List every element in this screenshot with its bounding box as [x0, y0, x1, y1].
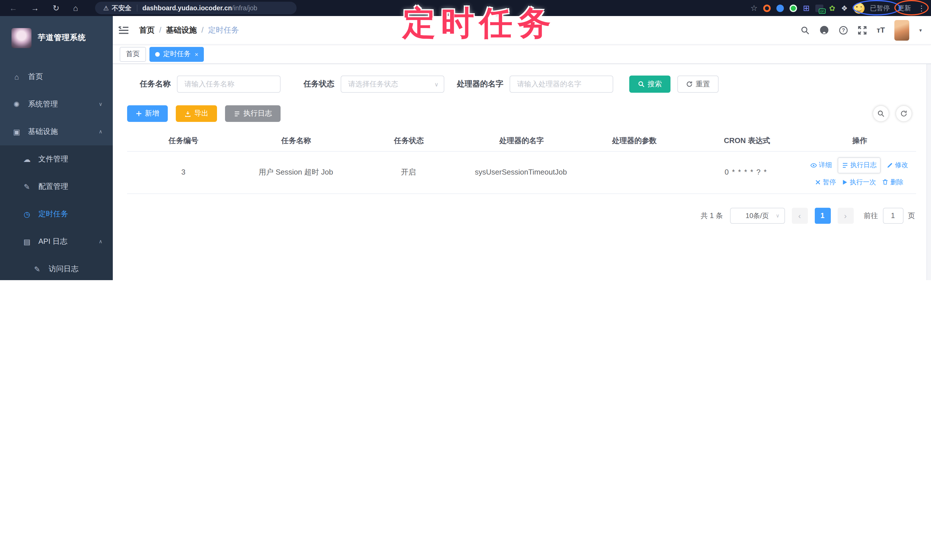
update-button[interactable]: 更新 — [898, 4, 911, 12]
edit-link[interactable]: 修改 — [886, 160, 908, 171]
handler-name-label: 处理器的名字 — [457, 79, 503, 89]
cell-job-status: 开启 — [352, 152, 465, 194]
main-area: 首页 / 基础设施 / 定时任务 ? тT ▾ 首页 — [113, 16, 931, 280]
search-icon[interactable] — [800, 25, 809, 35]
url-path: /infra/job — [232, 5, 257, 11]
paused-badge: 已暂停 — [870, 4, 890, 12]
page-unit-label: 页 — [908, 211, 915, 221]
refresh-table-button[interactable] — [896, 106, 911, 122]
fullscreen-icon[interactable] — [858, 25, 867, 35]
sidebar-item-system-manage[interactable]: ✺系统管理∨ — [0, 91, 113, 118]
reset-button[interactable]: 重置 — [677, 75, 718, 93]
col-handler-param: 处理器的参数 — [578, 130, 691, 152]
browser-back-icon[interactable]: ← — [9, 4, 17, 12]
help-icon[interactable]: ? — [839, 25, 848, 35]
extension-blue-icon[interactable] — [777, 4, 784, 12]
address-bar[interactable]: ⚠ 不安全 dashboard.yudao.iocoder.cn /infra/… — [95, 2, 297, 14]
extension-orange-icon[interactable] — [763, 4, 771, 12]
chevron-up-icon: ∧ — [99, 238, 102, 245]
goto-page-input[interactable] — [883, 208, 903, 224]
close-tab-icon[interactable]: × — [195, 51, 199, 57]
extension-grid-icon[interactable]: ⊞ — [803, 4, 809, 12]
exec-log-link-focus: 执行日志 — [838, 157, 881, 173]
profile-emoji-avatar[interactable] — [853, 3, 864, 14]
search-button[interactable]: 搜索 — [629, 75, 671, 93]
bookmark-star-icon[interactable]: ☆ — [751, 3, 757, 12]
export-button[interactable]: 导出 — [176, 105, 217, 122]
browser-forward-icon[interactable]: → — [31, 4, 39, 12]
svg-text:?: ? — [842, 27, 845, 33]
exec-log-button[interactable]: 执行日志 — [225, 105, 281, 122]
navbar-right: ? тT ▾ — [800, 20, 922, 40]
user-avatar[interactable] — [895, 20, 909, 40]
browser-menu-icon[interactable]: ⋮ — [918, 4, 925, 12]
download-icon — [184, 110, 191, 117]
page-content: 任务名称 任务状态 ∨ 处理器的名字 搜索 — [113, 64, 931, 280]
job-icon: ◷ — [22, 210, 32, 218]
sidebar-item-label: 基础设施 — [28, 126, 58, 137]
tags-view-bar: 首页 定时任务 × — [113, 45, 931, 64]
pencil-icon — [886, 162, 893, 169]
prev-page-button[interactable]: ‹ — [792, 208, 808, 224]
browser-reload-icon[interactable]: ↻ — [53, 4, 59, 12]
font-size-icon[interactable]: тT — [877, 26, 885, 34]
extension-green-icon[interactable] — [789, 4, 797, 12]
sidebar-item-infrastructure[interactable]: ▣基础设施∧ — [0, 118, 113, 145]
cell-handler-name: sysUserSessionTimeoutJob — [465, 152, 577, 194]
github-icon[interactable] — [819, 25, 829, 35]
divider — [137, 5, 137, 11]
extension-plant-icon[interactable]: ✿ — [829, 4, 835, 12]
job-status-select[interactable]: ∨ — [341, 75, 444, 93]
handler-name-input-wrap — [510, 75, 613, 93]
page-size-select[interactable]: 10条/页 ∨ — [730, 208, 785, 224]
add-button[interactable]: 新增 — [127, 105, 168, 122]
delete-link[interactable]: 删除 — [882, 177, 903, 188]
handler-name-input[interactable] — [516, 80, 607, 89]
log-list-icon — [842, 162, 849, 169]
logo-avatar — [11, 28, 31, 48]
eye-icon — [810, 162, 817, 169]
next-page-button[interactable]: › — [837, 208, 853, 224]
user-caret-icon[interactable]: ▾ — [919, 27, 922, 33]
sidebar-item-label: 系统管理 — [28, 99, 58, 109]
refresh-icon — [900, 110, 908, 117]
sidebar-item-label: 定时任务 — [39, 209, 68, 219]
exec-log-link[interactable]: 执行日志 — [842, 160, 877, 171]
detail-link[interactable]: 详细 — [810, 160, 832, 171]
job-name-input[interactable] — [183, 80, 274, 89]
tab-home[interactable]: 首页 — [120, 47, 146, 62]
tab-job[interactable]: 定时任务 × — [150, 47, 204, 62]
breadcrumb-home[interactable]: 首页 — [139, 25, 154, 35]
breadcrumb: 首页 / 基础设施 / 定时任务 — [139, 25, 239, 35]
run-once-link[interactable]: 执行一次 — [842, 177, 876, 188]
browser-home-icon[interactable]: ⌂ — [73, 4, 78, 12]
job-status-select-input[interactable] — [347, 80, 438, 89]
collapse-sidebar-icon[interactable] — [119, 26, 129, 34]
breadcrumb-infrastructure[interactable]: 基础设施 — [166, 25, 197, 35]
browser-toolbar-right: ☆ ⊞ on ✿ ❖ 已暂停 更新 ⋮ — [751, 3, 925, 14]
scrollbar[interactable] — [926, 64, 931, 280]
sidebar-item-api-log[interactable]: ▤API 日志∧ — [0, 228, 113, 255]
sidebar-item-file-manage[interactable]: ☁文件管理 — [0, 145, 113, 173]
extension-list-icon[interactable]: on — [815, 4, 823, 12]
search-icon — [638, 81, 645, 88]
file-manage-icon: ☁ — [22, 155, 32, 163]
sidebar-item-config-manage[interactable]: ✎配置管理 — [0, 173, 113, 200]
app-logo[interactable]: 芋道管理系统 — [0, 16, 113, 60]
page-1-button[interactable]: 1 — [814, 208, 831, 224]
refresh-icon — [686, 81, 693, 88]
search-icon — [877, 110, 885, 117]
pagination: 共 1 条 10条/页 ∨ ‹ 1 › 前往 页 — [127, 208, 916, 224]
sidebar-item-home[interactable]: ⌂首页 — [0, 63, 113, 91]
url-host: dashboard.yudao.iocoder.cn — [142, 5, 232, 11]
sidebar-item-access-log[interactable]: ✎访问日志 — [0, 255, 113, 280]
sidebar-menu: ⌂首页✺系统管理∨▣基础设施∧☁文件管理✎配置管理◷定时任务▤API 日志∧✎访… — [0, 63, 113, 280]
col-job-id: 任务编号 — [127, 130, 240, 152]
security-label[interactable]: 不安全 — [112, 4, 131, 12]
hide-search-button[interactable] — [873, 106, 889, 122]
pause-link[interactable]: 暂停 — [815, 177, 836, 188]
chevron-down-icon: ∨ — [99, 101, 102, 107]
extensions-puzzle-icon[interactable]: ❖ — [841, 4, 848, 12]
extension-on-badge: on — [819, 8, 826, 14]
sidebar-item-job[interactable]: ◷定时任务 — [0, 200, 113, 228]
